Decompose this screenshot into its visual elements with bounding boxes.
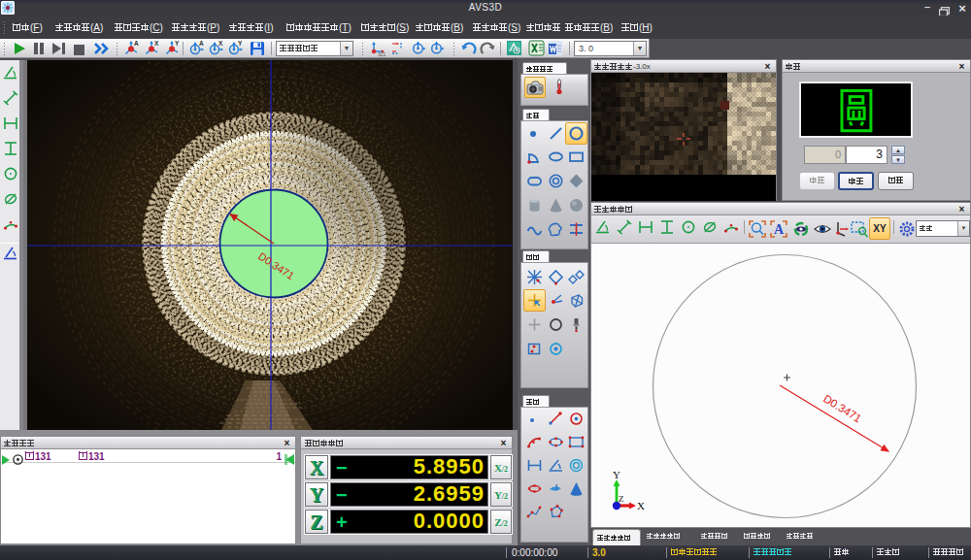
svg-text:A: A: [134, 40, 139, 47]
svg-text:Y: Y: [613, 469, 620, 480]
svg-text:X: X: [218, 40, 223, 47]
svg-text:X: X: [154, 40, 159, 47]
svg-text:X: X: [637, 500, 645, 511]
svg-text:A: A: [774, 222, 785, 237]
svg-text:A: A: [199, 40, 204, 47]
svg-text:Z: Z: [619, 494, 624, 504]
svg-text:321: 321: [378, 51, 386, 56]
svg-text:Y: Y: [175, 40, 180, 47]
svg-text:D0.3471: D0.3471: [821, 392, 863, 424]
svg-text:Y: Y: [238, 40, 243, 47]
